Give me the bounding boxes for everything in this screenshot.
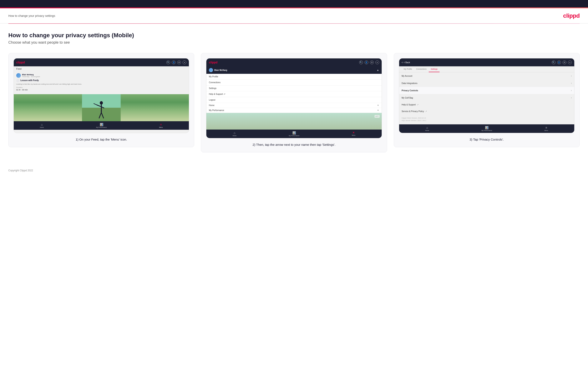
user-icon-3[interactable]: 👤 <box>557 60 561 64</box>
menu-section-home[interactable]: Home ▼ <box>206 103 381 108</box>
svg-point-2 <box>100 101 103 105</box>
nav-home-2[interactable]: ⌂ Home <box>233 131 236 136</box>
menu-item-help[interactable]: Help & Support ↗ <box>206 91 381 97</box>
chevron-down-icon-2[interactable]: ▼ <box>375 60 379 64</box>
my-account-chevron: › <box>571 75 572 77</box>
avatar <box>16 73 21 78</box>
lesson-desc: Looking to feel like my hands are exitin… <box>16 83 186 85</box>
nav-menu[interactable]: ≡ Menu <box>159 123 163 128</box>
step-3-phone: < < Back 🔍 👤 ⚙ ▼ My Profile Connections … <box>399 58 574 133</box>
phone-post: Blair McHarg Yesterday · Sunningdale Les… <box>14 72 189 94</box>
copyright: Copyright Clippd 2022 <box>8 169 33 172</box>
close-icon: ✕ <box>353 131 355 134</box>
duration-label: Duration <box>16 86 186 88</box>
menu-icon-3: ≡ <box>545 126 547 129</box>
phone-logo-2: clippd <box>209 61 217 64</box>
settings-item-my-account[interactable]: My Account › <box>399 72 574 80</box>
tab-connections[interactable]: Connections <box>414 66 429 72</box>
home-icon-2: ⌂ <box>233 131 235 134</box>
menu-user-info: Blair McHarg <box>209 68 227 72</box>
lesson-icon <box>16 79 20 82</box>
step-1-card: clippd 🔍 👤 ⚙ ▼ Feed <box>8 53 194 147</box>
user-icon[interactable]: 👤 <box>172 60 175 64</box>
search-icon-2[interactable]: 🔍 <box>359 60 363 64</box>
menu-item-logout[interactable]: Logout <box>206 97 381 103</box>
nav-menu-3[interactable]: ≡ Menu <box>545 126 548 131</box>
golf-bag-chevron: › <box>571 96 572 99</box>
step-1-phone: clippd 🔍 👤 ⚙ ▼ Feed <box>14 58 189 133</box>
home-icon-3: ⌂ <box>426 126 428 129</box>
settings-item-privacy-policy[interactable]: Service & Privacy Policy ↗ <box>399 108 574 115</box>
search-icon-3[interactable]: 🔍 <box>552 60 555 64</box>
menu-item-profile[interactable]: My Profile <box>206 74 381 80</box>
app-label: APP <box>375 115 380 118</box>
menu-item-settings[interactable]: Settings <box>206 85 381 91</box>
phone-icons-2: 🔍 👤 ⚙ ▼ <box>359 60 379 64</box>
phone-bottom-nav-3: ⌂ Home 📊 My Performance ≡ Menu <box>399 124 574 133</box>
post-timestamp: Yesterday · Sunningdale <box>22 76 40 78</box>
tab-settings[interactable]: Settings <box>429 66 440 72</box>
back-button[interactable]: < < Back <box>402 61 410 64</box>
footer: Copyright Clippd 2022 <box>0 165 588 176</box>
menu-username: Blair McHarg <box>214 69 227 71</box>
logo: clippd <box>563 12 580 19</box>
settings-item-help[interactable]: Help & Support ↗ <box>399 101 574 108</box>
settings-version: Clippd Client Version: 2022.8.3-3 GQL Se… <box>399 115 574 124</box>
menu-section-performance[interactable]: My Performance ▼ <box>206 108 381 113</box>
step-2-caption: 2) Then, tap the arrow next to your name… <box>206 142 382 147</box>
chevron-icon-3[interactable]: ▼ <box>568 60 572 64</box>
breadcrumb: How to change your privacy settings <box>8 14 55 17</box>
main-content: How to change your privacy settings (Mob… <box>0 24 588 165</box>
phone-logo-1: clippd <box>16 61 25 64</box>
tab-my-profile[interactable]: My Profile <box>402 66 414 72</box>
menu-item-connections[interactable]: Connections <box>206 80 381 85</box>
settings-back-bar: < < Back 🔍 👤 ⚙ ▼ <box>399 58 574 66</box>
steps-container: clippd 🔍 👤 ⚙ ▼ Feed <box>8 53 580 152</box>
feed-label: Feed <box>14 66 189 72</box>
home-icon: ⌂ <box>41 123 43 126</box>
settings-icon[interactable]: ⚙ <box>177 60 181 64</box>
phone-topbar-1: clippd 🔍 👤 ⚙ ▼ <box>14 58 189 66</box>
menu-avatar <box>209 68 213 72</box>
search-icon[interactable]: 🔍 <box>166 60 170 64</box>
settings-item-data-integrations[interactable]: Data Integrations › <box>399 80 574 87</box>
step-2-phone: clippd 🔍 👤 ⚙ ▼ Blair McHarg <box>206 58 382 138</box>
performance-section-chevron: ▼ <box>377 109 379 111</box>
phone-icons-1: 🔍 👤 ⚙ ▼ <box>166 60 186 64</box>
privacy-controls-chevron: › <box>571 89 572 92</box>
settings-icon-2[interactable]: ⚙ <box>370 60 374 64</box>
settings-icon-3[interactable]: ⚙ <box>562 60 566 64</box>
policy-external-icon: ↗ <box>425 110 427 112</box>
menu-icon: ≡ <box>160 123 162 126</box>
page-subheading: Choose what you want people to see <box>8 40 580 45</box>
menu-user-chevron: ▲ <box>377 69 379 72</box>
user-icon-2[interactable]: 👤 <box>365 60 368 64</box>
golfer-svg <box>14 94 189 121</box>
phone-icons-3: 🔍 👤 ⚙ ▼ <box>552 60 572 64</box>
chart-icon-3: 📊 <box>485 126 488 129</box>
post-username: Blair McHarg <box>22 74 40 76</box>
duration-value: 01 hr : 30 min <box>16 89 186 91</box>
nav-home-3[interactable]: ⌂ Home <box>425 126 429 131</box>
lesson-title: Lesson with Fordy <box>20 79 39 82</box>
help-external-icon: ↗ <box>417 104 418 106</box>
phone-bottom-nav-2: ⌂ Home 📊 My Performance ✕ Menu <box>206 130 381 138</box>
data-integrations-chevron: › <box>571 82 572 85</box>
nav-home[interactable]: ⌂ Home <box>40 123 44 128</box>
step-3-caption: 3) Tap 'Privacy Controls'. <box>399 137 574 142</box>
nav-menu-close[interactable]: ✕ Menu <box>352 131 356 136</box>
settings-item-privacy-controls[interactable]: Privacy Controls › <box>399 87 574 94</box>
step-2-card: clippd 🔍 👤 ⚙ ▼ Blair McHarg <box>201 53 387 152</box>
nav-performance-3[interactable]: 📊 My Performance <box>481 126 492 131</box>
step-3-card: < < Back 🔍 👤 ⚙ ▼ My Profile Connections … <box>394 53 580 147</box>
dimmed-background: APP <box>206 113 381 130</box>
menu-user-row[interactable]: Blair McHarg ▲ <box>206 66 381 74</box>
step-1-caption: 1) On your Feed, tap the 'Menu' icon. <box>14 137 189 142</box>
chevron-down-icon[interactable]: ▼ <box>183 60 186 64</box>
nav-performance[interactable]: 📊 My Performance <box>96 123 107 128</box>
nav-performance-2[interactable]: 📊 My Performance <box>289 131 299 136</box>
settings-tabs: My Profile Connections Settings <box>399 66 574 72</box>
header: How to change your privacy settings clip… <box>0 8 588 24</box>
chart-icon-2: 📊 <box>292 131 296 134</box>
settings-item-golf-bag[interactable]: My Golf Bag › <box>399 94 574 101</box>
